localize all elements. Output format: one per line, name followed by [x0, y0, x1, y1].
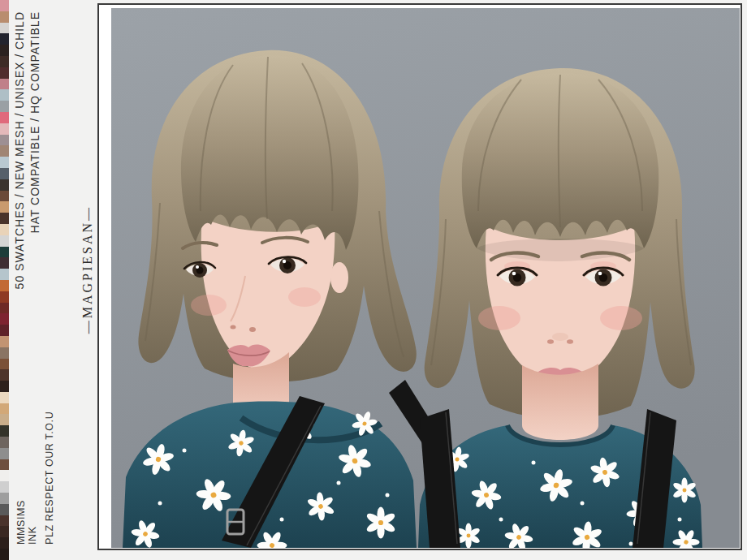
swatch	[0, 191, 9, 202]
swatch	[0, 257, 9, 269]
right-cheek-blush	[478, 306, 520, 330]
caption-swatch-info: 50 SWATCHES / NEW MESH / UNISEX / CHILD	[13, 11, 26, 289]
swatch	[0, 168, 9, 179]
swatch	[0, 325, 9, 336]
swatch	[0, 403, 9, 415]
swatch	[0, 549, 9, 560]
swatch	[0, 291, 9, 303]
left-cheek-blush	[191, 295, 227, 316]
swatch	[0, 392, 9, 403]
swatch	[0, 280, 9, 291]
swatch	[0, 56, 9, 67]
swatch	[0, 493, 9, 504]
swatch	[0, 33, 9, 45]
swatch	[0, 515, 9, 527]
swatch	[0, 112, 9, 123]
right-cheek-blush	[600, 306, 642, 330]
swatch	[0, 313, 9, 325]
swatch	[0, 526, 9, 537]
swatch	[0, 336, 9, 347]
swatch	[0, 269, 9, 280]
creator-dash-left: —	[80, 318, 94, 334]
swatch	[0, 11, 9, 23]
swatch	[0, 537, 9, 549]
credit-mmsims: MMSIMS	[15, 500, 27, 545]
left-ear	[330, 262, 348, 293]
render-photo	[111, 8, 740, 548]
cc-preview-image: 50 SWATCHES / NEW MESH / UNISEX / CHILD …	[0, 0, 747, 560]
swatch	[0, 224, 9, 235]
swatch	[0, 123, 9, 135]
swatch	[0, 179, 9, 191]
swatch	[0, 470, 9, 481]
swatch	[0, 135, 9, 146]
left-cheek-blush	[288, 287, 321, 307]
swatch	[0, 79, 9, 90]
swatch	[0, 481, 9, 493]
swatch	[0, 0, 9, 11]
creator-name: —MAGPIESAN—	[80, 205, 95, 334]
creator-dash-right: —	[80, 205, 94, 221]
swatch	[0, 504, 9, 515]
swatch	[0, 235, 9, 247]
credit-ink: INK	[27, 526, 38, 545]
caption-compatibility-info: HAT COMPATIBLE / HQ COMPATIBLE	[28, 11, 41, 233]
swatch	[0, 45, 9, 56]
swatch	[0, 459, 9, 471]
swatch	[0, 201, 9, 213]
swatch	[0, 303, 9, 314]
swatch	[0, 145, 9, 157]
creator-label: MAGPIESAN	[80, 221, 94, 318]
swatch	[0, 89, 9, 101]
credit-tou-notice: PLZ RESPECT OUR T.O.U	[44, 411, 55, 545]
swatch	[0, 381, 9, 392]
swatch	[0, 414, 9, 425]
swatch	[0, 67, 9, 79]
swatch	[0, 347, 9, 359]
swatch	[0, 448, 9, 459]
swatch	[0, 425, 9, 437]
swatch	[0, 437, 9, 448]
swatch	[0, 247, 9, 258]
swatch	[0, 359, 9, 370]
right-neck	[522, 364, 598, 440]
swatch	[0, 157, 9, 168]
right-sim-figure	[418, 68, 704, 548]
swatch	[0, 23, 9, 34]
sims-render-illustration	[111, 8, 740, 548]
swatch	[0, 369, 9, 381]
color-swatch-strip	[0, 0, 9, 560]
swatch	[0, 213, 9, 224]
swatch	[0, 101, 9, 112]
